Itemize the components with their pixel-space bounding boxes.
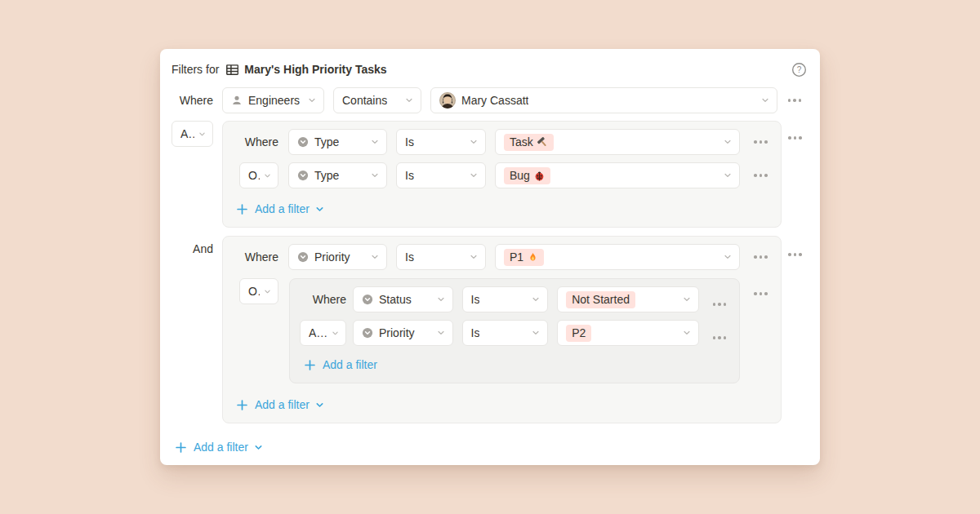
view-title: Mary's High Priority Tasks: [244, 63, 386, 76]
chevron-down-icon: [463, 138, 478, 146]
value-tag: Task: [504, 134, 554, 151]
select-property-icon: [362, 294, 373, 305]
chevron-down-icon: [328, 330, 339, 337]
connector-label: Where: [172, 87, 213, 113]
operator-dropdown-is[interactable]: Is: [396, 244, 486, 270]
operator-dropdown-is[interactable]: Is: [462, 320, 549, 346]
value-dropdown-task[interactable]: Task: [495, 129, 740, 155]
chevron-down-icon: [254, 443, 263, 452]
chevron-down-icon: [315, 205, 324, 214]
value-dropdown-not-started[interactable]: Not Started: [557, 286, 698, 312]
row-connector-dropdown-or[interactable]: Or: [239, 162, 278, 188]
chevron-down-icon: [525, 295, 540, 304]
chevron-down-icon: [525, 329, 540, 337]
table-icon: [225, 63, 239, 77]
group-more-options-icon[interactable]: [785, 249, 805, 260]
value-tag: P1: [504, 249, 544, 266]
operator-dropdown-contains[interactable]: Contains: [333, 87, 421, 113]
chevron-down-icon: [260, 172, 271, 179]
filter-group-priority: And Where Priority Is: [172, 236, 808, 423]
property-dropdown-priority[interactable]: Priority: [288, 244, 387, 270]
svg-text:?: ?: [797, 64, 802, 73]
chevron-down-icon: [717, 171, 732, 179]
filter-group-panel: Where Priority Is: [222, 236, 782, 423]
group-connector-dropdown-and[interactable]: And: [172, 121, 213, 147]
chevron-down-icon: [301, 96, 316, 104]
row-more-options-icon[interactable]: [710, 299, 730, 310]
chevron-down-icon: [463, 253, 478, 261]
row-more-options-icon[interactable]: [751, 251, 771, 263]
chevron-down-icon: [364, 253, 379, 261]
plus-icon: [175, 441, 187, 454]
chevron-down-icon: [463, 171, 478, 179]
chevron-down-icon: [315, 401, 324, 410]
chevron-down-icon: [399, 96, 413, 104]
select-property-icon: [297, 170, 309, 181]
operator-dropdown-is[interactable]: Is: [462, 286, 549, 312]
plus-icon: [236, 399, 248, 411]
filter-group-type: And Where Type: [172, 121, 808, 228]
row-connector-dropdown-or[interactable]: Or: [239, 278, 278, 304]
value-dropdown-mary-cassatt[interactable]: Mary Cassatt: [430, 87, 777, 113]
mary-avatar: [439, 92, 456, 109]
add-filter-button[interactable]: Add a filter: [236, 201, 324, 217]
value-dropdown-p2[interactable]: P2: [557, 320, 698, 346]
filter-row-p2: And Priority: [300, 320, 729, 346]
add-filter-button[interactable]: Add a filter: [175, 439, 263, 455]
chevron-down-icon: [364, 138, 379, 146]
property-dropdown-type[interactable]: Type: [288, 162, 387, 188]
property-dropdown-priority[interactable]: Priority: [353, 320, 453, 346]
person-icon: [231, 95, 243, 106]
chevron-down-icon: [676, 329, 691, 337]
row-more-options-icon[interactable]: [751, 136, 771, 148]
chevron-down-icon: [430, 329, 445, 337]
operator-dropdown-is[interactable]: Is: [396, 162, 486, 188]
value-dropdown-p1[interactable]: P1: [495, 244, 740, 270]
chevron-down-icon: [717, 253, 732, 261]
nested-filter-group-panel: Where Status Is: [289, 278, 740, 383]
property-dropdown-status[interactable]: Status: [353, 286, 453, 312]
fire-icon: [528, 252, 538, 263]
group-more-options-icon[interactable]: [785, 132, 805, 144]
value-tag: Bug: [504, 167, 550, 184]
page-background: Filters for Mary's High Priority Tasks ?…: [0, 0, 980, 514]
filter-row-p1: Where Priority Is: [233, 244, 771, 270]
chevron-down-icon: [194, 131, 206, 138]
select-property-icon: [297, 136, 309, 148]
filters-panel: Filters for Mary's High Priority Tasks ?…: [160, 49, 820, 465]
chevron-down-icon: [755, 96, 769, 104]
subgroup-more-options-icon[interactable]: [751, 288, 771, 299]
help-icon[interactable]: ?: [791, 62, 807, 78]
filter-row-task: Where Type Is: [233, 129, 771, 155]
chevron-down-icon: [676, 295, 691, 304]
add-filter-button[interactable]: Add a filter: [236, 397, 324, 413]
select-property-icon: [362, 327, 373, 339]
value-dropdown-bug[interactable]: Bug: [495, 162, 740, 188]
group-connector-label: And: [172, 236, 213, 262]
filter-row-not-started: Where Status Is: [300, 286, 729, 312]
operator-dropdown-is[interactable]: Is: [396, 129, 486, 155]
hammer-icon: [535, 135, 550, 149]
property-dropdown-engineers[interactable]: Engineers: [222, 87, 324, 113]
value-tag: P2: [566, 325, 591, 342]
filter-row-bug: Or Type: [233, 162, 771, 188]
panel-header: Filters for Mary's High Priority Tasks ?: [172, 60, 808, 79]
header-prefix: Filters for: [172, 63, 219, 76]
chevron-down-icon: [430, 295, 445, 304]
select-property-icon: [297, 251, 309, 263]
chevron-down-icon: [717, 138, 732, 146]
filter-row-engineers: Where Engineers Contains: [172, 87, 808, 113]
row-more-options-icon[interactable]: [751, 170, 771, 181]
filter-subgroup-row: Or Where: [233, 278, 771, 383]
property-dropdown-type[interactable]: Type: [288, 129, 387, 155]
add-filter-button[interactable]: Add a filter: [304, 357, 377, 373]
value-tag: Not Started: [566, 291, 635, 308]
chevron-down-icon: [364, 171, 379, 179]
ladybug-icon: [534, 171, 545, 181]
row-more-options-icon[interactable]: [710, 332, 730, 343]
row-more-options-icon[interactable]: [785, 95, 805, 106]
row-connector-dropdown-and[interactable]: And: [300, 320, 346, 346]
plus-icon: [304, 359, 316, 371]
filter-group-panel: Where Type Is: [222, 121, 782, 228]
plus-icon: [236, 203, 248, 215]
